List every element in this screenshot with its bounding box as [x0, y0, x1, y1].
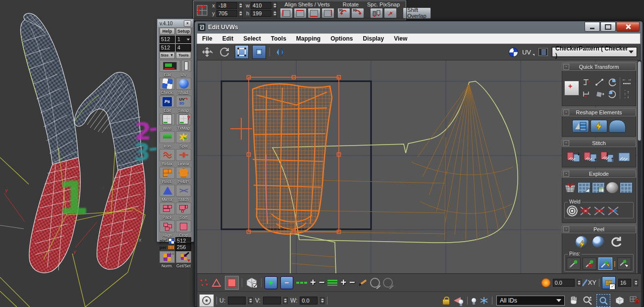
- getset-button[interactable]: [176, 251, 191, 263]
- window-titlebar[interactable]: Edit UVWs: [197, 21, 641, 33]
- peel-header[interactable]: - Peel: [562, 225, 636, 233]
- align-horizontal-button[interactable]: [581, 89, 592, 99]
- rotate-cw-90-button[interactable]: 90: [351, 8, 364, 18]
- vertex-mode-icon[interactable]: [200, 279, 208, 287]
- element-mode-icon[interactable]: [245, 277, 258, 289]
- menu-display[interactable]: Display: [358, 35, 389, 42]
- pack-button[interactable]: [160, 203, 175, 214]
- reshape-auto-button[interactable]: [590, 120, 607, 133]
- pin-auto-button[interactable]: [598, 257, 612, 270]
- snap-grid-magnet-icon[interactable]: [629, 296, 639, 306]
- brush-falloff-icon[interactable]: [370, 278, 380, 288]
- y-spinner[interactable]: [238, 10, 243, 17]
- material-id-dropdown[interactable]: All IDs: [496, 296, 565, 306]
- menu-tools[interactable]: Tools: [266, 35, 291, 42]
- rotate-ccw-button[interactable]: [606, 77, 618, 87]
- relax-button[interactable]: [160, 149, 175, 161]
- menu-options[interactable]: Options: [325, 35, 358, 42]
- menu-view[interactable]: View: [389, 35, 412, 42]
- quick-peel-button[interactable]: [576, 236, 588, 248]
- limit-soft-selection-button[interactable]: ✓: [602, 276, 616, 289]
- x-field[interactable]: -18: [216, 2, 237, 9]
- split-button[interactable]: [176, 131, 191, 143]
- w-field[interactable]: 410: [251, 2, 271, 9]
- u-spinner[interactable]: [248, 297, 253, 304]
- brush-falloff-2-icon[interactable]: [383, 278, 393, 288]
- rotate-ccw-90-button[interactable]: 90: [337, 8, 350, 18]
- loop-shrink-button[interactable]: −: [319, 277, 325, 288]
- setup-button[interactable]: Setup: [176, 28, 191, 35]
- edge-mode-icon[interactable]: [211, 278, 222, 288]
- absolute-offset-button[interactable]: [199, 294, 214, 307]
- menu-select[interactable]: Select: [238, 35, 266, 42]
- loop-grow-button[interactable]: +: [310, 277, 316, 288]
- explode-shells-button[interactable]: [620, 182, 633, 193]
- peel-mode-button[interactable]: [592, 236, 604, 248]
- collapse-icon[interactable]: -: [563, 109, 569, 115]
- freeform-tool-button[interactable]: [252, 45, 266, 59]
- explode-faces-button[interactable]: [592, 182, 605, 193]
- move-anchor-button[interactable]: [564, 81, 579, 96]
- stitch-average-button[interactable]: [600, 152, 615, 162]
- stitch-header[interactable]: - Stitch: [562, 139, 636, 147]
- zoom-extents-cube-icon[interactable]: [614, 296, 625, 306]
- falloff-curve-icon[interactable]: [582, 279, 588, 286]
- edge-limit-field[interactable]: 16: [618, 279, 631, 287]
- explode-sphere-button[interactable]: [606, 182, 618, 193]
- freeze-snowflake-icon[interactable]: [480, 297, 488, 305]
- reshape-dome-button[interactable]: [609, 120, 626, 133]
- maximize-button[interactable]: [600, 22, 616, 32]
- ring-grow-button[interactable]: +: [340, 277, 346, 288]
- reshape-header[interactable]: - Reshape Elements: [562, 108, 636, 116]
- space-horizontal-button[interactable]: ← →•••••: [622, 77, 632, 86]
- align-button[interactable]: [160, 220, 175, 232]
- show-hidden-icon[interactable]: [472, 298, 476, 303]
- weld-target-button[interactable]: [567, 205, 578, 216]
- collapse-icon[interactable]: -: [563, 140, 569, 146]
- explode-basket-button[interactable]: [564, 182, 576, 193]
- move-tool-button[interactable]: [200, 45, 214, 59]
- edit-uv-button[interactable]: [160, 60, 180, 72]
- edge-limit-spinner[interactable]: [634, 279, 638, 286]
- crop-button[interactable]: [176, 220, 191, 232]
- uv-to-3d-button[interactable]: UV↷3D: [176, 96, 191, 107]
- grow-selection-button[interactable]: +: [265, 276, 277, 289]
- falloff-spinner[interactable]: [577, 279, 582, 286]
- pin-remove-button[interactable]: [583, 257, 596, 270]
- show-map-icon[interactable]: [509, 48, 518, 57]
- rotate-shell-button[interactable]: [593, 89, 605, 99]
- shader-button[interactable]: [176, 78, 191, 90]
- align-vertical-button[interactable]: [581, 77, 592, 87]
- scale-tool-button[interactable]: [235, 45, 249, 59]
- map-size-field[interactable]: 512: [160, 36, 175, 43]
- rotate-tool-button[interactable]: [217, 45, 231, 59]
- pin-select-button[interactable]: [617, 257, 631, 270]
- u-field[interactable]: [228, 297, 246, 305]
- align-shell-bottom-button[interactable]: [308, 8, 321, 18]
- mirror-button[interactable]: [160, 185, 175, 197]
- align-shell-left-button[interactable]: [280, 8, 293, 18]
- align-shell-right-button[interactable]: [322, 8, 334, 18]
- space-shells-button[interactable]: [370, 8, 383, 18]
- photoshop-button[interactable]: Ps: [160, 96, 175, 107]
- explode-header[interactable]: - Explode: [562, 169, 636, 178]
- padding-field[interactable]: 4: [176, 44, 191, 51]
- w-spinner[interactable]: [272, 2, 277, 9]
- space-vertical-button[interactable]: ⁚ ↑⁚ ↓: [622, 90, 632, 99]
- canvas-scrollbar[interactable]: [637, 60, 642, 273]
- txmap-button[interactable]: ?: [176, 113, 191, 125]
- size-menu-button[interactable]: Size ▼: [160, 52, 175, 59]
- options-list-icon[interactable]: [538, 48, 548, 56]
- uv-info-button[interactable]: [181, 60, 191, 72]
- mirror-tool-button[interactable]: [273, 45, 287, 59]
- weld-selected-button[interactable]: [580, 206, 591, 216]
- reshape-grid-button[interactable]: [572, 120, 589, 133]
- scrollbar-thumb[interactable]: [638, 61, 641, 141]
- menu-edit[interactable]: Edit: [217, 35, 239, 42]
- weld-verts-button[interactable]: [593, 206, 605, 216]
- pin-add-button[interactable]: [567, 257, 581, 270]
- uv-flyout[interactable]: UV: [522, 49, 535, 56]
- xy-space-toggle[interactable]: XY: [588, 279, 596, 286]
- map-size-2-field[interactable]: 512: [160, 44, 175, 51]
- zoom-region-button[interactable]: [596, 294, 610, 307]
